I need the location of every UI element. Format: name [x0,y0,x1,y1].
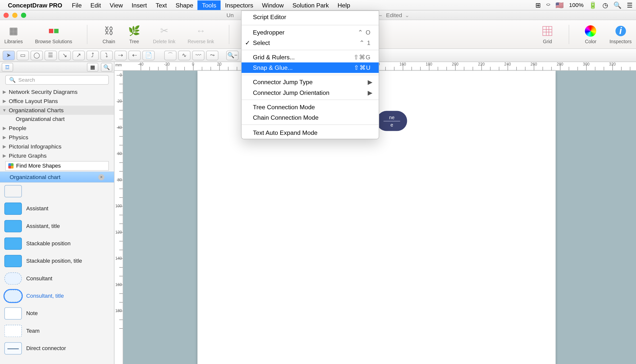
shape-list: Assistant Assistant, title Stackable pos… [0,182,114,364]
curve-tool-1[interactable]: ⌒ [164,50,176,60]
sidebar-view-search-button[interactable]: 🔍 [101,62,112,71]
reverse-link-label: Reverse link [188,39,214,44]
menu-item-jump-orientation[interactable]: Connector Jump Orientation▶ [242,88,379,98]
close-library-button[interactable]: × [98,174,105,180]
clock-icon[interactable]: ◷ [602,1,608,9]
cat-office-layout[interactable]: ▶Office Layout Plans [0,96,114,106]
window-close-button[interactable] [4,12,9,18]
sidebar-search[interactable]: 🔍 Search [5,75,109,85]
cat-people[interactable]: ▶People [0,124,114,133]
canvas-shape-text-top: ne [389,115,394,120]
menu-window[interactable]: Window [258,0,288,10]
menu-item-grid-rulers[interactable]: Grid & Rulers...⇧⌘G [242,52,379,62]
browse-solutions-button[interactable]: Browse Solutions [35,24,72,44]
cat-organizational-chart-sub[interactable]: Organizational chart [0,115,114,124]
menu-help[interactable]: Help [333,0,355,10]
shape-note[interactable]: Note [0,305,114,322]
sidebar: ☲ ▦ 🔍 🔍 Search ▶Network Security Diagram… [0,62,115,364]
curve-tool-3[interactable]: 〰 [192,50,205,60]
flag-icon[interactable]: 🇺🇸 [555,1,564,9]
menu-file[interactable]: File [68,0,86,10]
menu-extras-icon[interactable]: ⊞ [535,1,541,9]
menu-insert[interactable]: Insert [127,0,151,10]
menu-solution-park[interactable]: Solution Park [288,0,333,10]
grid-icon [541,24,554,37]
window-minimize-button[interactable] [12,12,18,18]
color-wheel-icon [584,24,597,37]
shape-assistant-title[interactable]: Assistant, title [0,218,114,235]
menu-item-tree-mode[interactable]: Tree Connection Mode [242,102,379,112]
shape-item[interactable] [0,182,114,200]
find-more-shapes-button[interactable]: Find More Shapes [5,161,109,171]
disclosure-icon: ▶ [2,98,7,103]
chain-button[interactable]: ⛓ Chain [102,24,116,44]
menu-shape[interactable]: Shape [171,0,198,10]
cat-physics[interactable]: ▶Physics [0,133,114,142]
curve-tool-4[interactable]: ⤳ [206,50,218,60]
sidebar-view-grid-button[interactable]: ▦ [87,62,98,71]
cat-pictorial-infographics[interactable]: ▶Pictorial Infographics [0,142,114,151]
shape-team[interactable]: Team [0,322,114,340]
cat-label: Office Layout Plans [9,98,58,104]
search-icon: 🔍 [9,77,16,83]
shape-thumb [5,220,22,232]
shape-assistant[interactable]: Assistant [0,200,114,217]
menu-edit[interactable]: Edit [86,0,105,10]
connector-tool-2[interactable]: ↗ [73,50,85,60]
grid-button[interactable]: Grid [541,24,554,44]
cat-network-security[interactable]: ▶Network Security Diagrams [0,88,114,96]
libraries-label: Libraries [5,39,23,44]
color-button[interactable]: Color [584,24,597,44]
cat-picture-graphs[interactable]: ▶Picture Graphs [0,151,114,160]
connector-tool-1[interactable]: ↘ [59,50,71,60]
curve-tool-2[interactable]: ∿ [178,50,190,60]
canvas-shape-consultant-title[interactable]: ne e [377,111,407,131]
cat-organizational-charts[interactable]: ▼Organizational Charts [0,106,114,115]
sidebar-view-tree-button[interactable]: ☲ [2,62,13,71]
inspectors-button[interactable]: i Inspectors [609,24,631,44]
connector-tool-4[interactable]: ⤵ [100,50,113,60]
chevron-down-icon[interactable]: ⌄ [405,12,409,18]
rect-tool[interactable]: ▭ [17,50,29,60]
library-header[interactable]: Organizational chart × [0,172,114,182]
menu-separator [242,50,379,50]
shape-consultant-title[interactable]: Consultant, title [0,287,114,305]
menu-item-select[interactable]: ✓Select⌃ 1 [242,38,379,48]
tree-button[interactable]: 🌿 Tree [128,24,141,44]
menu-item-script-editor[interactable]: Script Editor [242,11,379,23]
connector-tool-6[interactable]: ⇠ [129,50,141,60]
menu-item-label: Script Editor [253,14,286,20]
shape-stackable-position[interactable]: Stackable position [0,235,114,252]
menu-inspectors[interactable]: Inspectors [221,0,258,10]
note-tool[interactable]: 📄 [142,50,155,60]
connector-tool-3[interactable]: ⤴ [87,50,99,60]
delete-link-button[interactable]: ✂ Delete link [153,24,175,44]
menu-item-snap-glue[interactable]: Snap & Glue...⇧⌘U [242,62,379,73]
shape-consultant[interactable]: Consultant [0,270,114,287]
menu-item-eyedropper[interactable]: Eyedropper⌃ O [242,27,379,38]
list-tool[interactable]: ☰ [45,50,57,60]
libraries-button[interactable]: ▦ Libraries [5,24,23,44]
menu-item-text-auto-expand[interactable]: Text Auto Expand Mode [242,127,379,139]
canvas-viewport[interactable]: ne e [123,71,636,364]
menu-text[interactable]: Text [151,0,171,10]
menu-item-jump-type[interactable]: Connector Jump Type▶ [242,77,379,87]
list-icon[interactable]: ☰ [627,1,632,9]
disclosure-icon: ▶ [2,135,7,140]
menu-item-chain-mode[interactable]: Chain Connection Mode [242,112,379,123]
window-zoom-button[interactable] [21,12,26,18]
window-edited-label: Edited [386,12,402,18]
menu-tools[interactable]: Tools [198,0,221,10]
ruler-vertical[interactable]: 020406080100120140160180 [115,71,123,364]
zoom-out-button[interactable]: 🔍− [226,50,239,60]
wifi-icon[interactable]: ⌔ [546,1,550,9]
shape-direct-connector[interactable]: Direct connector [0,340,114,357]
spotlight-icon[interactable]: 🔍 [613,1,621,9]
ellipse-tool[interactable]: ◯ [31,50,43,60]
connector-tool-5[interactable]: ⇢ [115,50,127,60]
shape-stackable-position-title[interactable]: Stackable position, title [0,252,114,270]
menu-view[interactable]: View [105,0,127,10]
reverse-link-button[interactable]: ↔ Reverse link [188,24,214,44]
arrow-tool[interactable]: ➤ [3,50,15,60]
battery-icon[interactable]: 🔋 [589,1,597,9]
